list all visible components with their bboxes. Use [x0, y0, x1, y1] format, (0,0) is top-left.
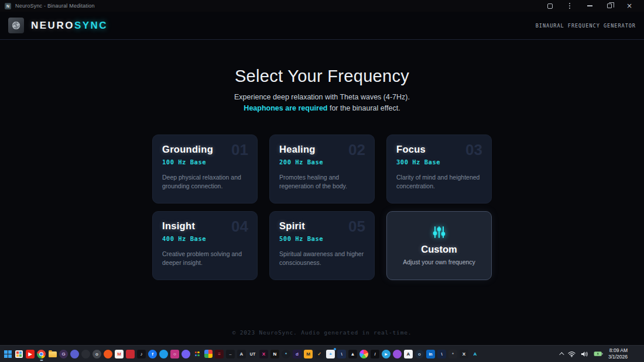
m-orange-app-icon[interactable]: M [304, 350, 313, 358]
card-description: Deep physical relaxation and grounding c… [162, 173, 248, 191]
app-mode-button[interactable] [540, 0, 560, 12]
github-app-icon[interactable] [393, 350, 402, 358]
system-tray: 8:09 AM 3/1/2026 [559, 347, 640, 360]
card-custom[interactable]: Custom Adjust your own frequency [386, 211, 492, 280]
caret-cyan-app-icon[interactable]: A [471, 350, 479, 358]
check-app-icon[interactable]: ✓ [315, 350, 324, 358]
start-button-icon[interactable] [4, 350, 12, 358]
wifi-icon[interactable] [568, 351, 576, 357]
card-grounding[interactable]: Grounding01100 Hz BaseDeep physical rela… [152, 135, 258, 204]
pink-x-app-icon[interactable]: X [259, 350, 268, 358]
card-description: Spiritual awareness and higher conscious… [279, 250, 365, 267]
notepad-blue-app-icon[interactable]: \ [437, 350, 446, 358]
viber-icon[interactable] [181, 350, 190, 358]
window-title: NeuroSync - Binaural Meditation [15, 3, 95, 9]
app-window-icon [547, 4, 553, 9]
subtitle-rest: for the binaural effect. [327, 104, 400, 112]
minimize-icon [587, 5, 592, 6]
brand-primary: NEURO [31, 20, 74, 31]
telegram-icon[interactable]: ▸ [382, 350, 390, 358]
maximize-button[interactable] [600, 0, 619, 12]
linkedin-icon[interactable]: in [426, 350, 435, 358]
frequency-card-grid: Grounding01100 Hz BaseDeep physical rela… [152, 135, 492, 280]
clock-date: 3/1/2026 [608, 354, 628, 360]
restore-icon [607, 4, 612, 8]
card-number: 03 [465, 141, 482, 159]
dark-circle-app-icon[interactable] [81, 350, 90, 358]
card-description: Clarity of mind and heightened concentra… [396, 173, 482, 191]
card-spirit[interactable]: Spirit05500 Hz BaseSpiritual awareness a… [269, 211, 375, 280]
x-dark-app-icon[interactable]: X [460, 350, 468, 358]
facebook-icon[interactable]: f [148, 350, 157, 358]
hero-section: Select Your Frequency Experience deep re… [234, 67, 410, 115]
gmail-icon[interactable]: M [115, 350, 124, 358]
gog-galaxy-icon[interactable]: G [59, 350, 68, 358]
google-photos-icon[interactable] [204, 350, 213, 358]
soundcloud-icon[interactable] [104, 350, 112, 358]
brand-logo: NEUROSYNC [31, 20, 108, 32]
taskbar-pinned-icons: ▶GoM♪f○≡–AUTXN*dM✓+\▲/▸Aoin\*XA [4, 350, 479, 358]
headphones-required-text: Heaphones are required [244, 104, 327, 112]
microsoft-store-icon[interactable] [15, 350, 23, 358]
striped-red-app-icon[interactable]: ≡ [215, 350, 224, 358]
card-description: Promotes healing and regeneration of the… [279, 173, 365, 191]
card-number: 04 [231, 218, 248, 236]
card-frequency: 500 Hz Base [279, 235, 365, 242]
file-explorer-icon[interactable] [48, 350, 57, 358]
ut-app-icon[interactable]: UT [248, 350, 257, 358]
dash-dark-app-icon[interactable]: – [226, 350, 235, 358]
discord-icon[interactable] [70, 350, 79, 358]
youtube-icon[interactable]: ▶ [26, 350, 35, 358]
chevron-up-icon[interactable] [559, 352, 564, 357]
custom-card-description: Adjust your own frequency [403, 258, 475, 266]
card-focus[interactable]: Focus03300 Hz BaseClarity of mind and he… [386, 135, 492, 204]
menu-button[interactable] [560, 0, 580, 12]
taskbar-clock[interactable]: 8:09 AM 3/1/2026 [608, 347, 628, 360]
paint-app-icon[interactable]: + [326, 350, 335, 358]
gear-app-icon[interactable]: * [448, 350, 457, 358]
card-healing[interactable]: Healing02200 Hz BasePromotes healing and… [269, 135, 375, 204]
a-dark-app-icon[interactable]: A [237, 350, 246, 358]
steam-icon[interactable]: o [415, 350, 424, 358]
sliders-icon [432, 225, 446, 239]
a-white-app-icon[interactable]: A [404, 350, 413, 358]
close-icon: × [626, 2, 632, 9]
neurosync-window: N NeuroSync - Binaural Meditation × NEUR… [0, 0, 644, 362]
close-button[interactable]: × [619, 0, 639, 12]
swirl-app-icon[interactable]: * [282, 350, 290, 358]
brand-accent: SYNC [74, 20, 108, 31]
instagram-icon[interactable]: ○ [170, 350, 179, 358]
app-icon: N [5, 3, 11, 9]
palette-app-icon[interactable] [359, 350, 368, 358]
card-insight[interactable]: Insight04400 Hz BaseCreative problem sol… [152, 211, 258, 280]
card-frequency: 400 Hz Base [162, 235, 248, 242]
volume-icon[interactable] [581, 351, 588, 357]
card-number: 02 [348, 141, 365, 159]
camera-app-icon[interactable]: o [93, 350, 101, 358]
card-number: 05 [348, 218, 365, 236]
pen-app-icon[interactable]: / [371, 350, 379, 358]
card-frequency: 300 Hz Base [396, 158, 482, 166]
main-content: Select Your Frequency Experience deep re… [0, 40, 644, 345]
messenger-app-icon[interactable] [159, 350, 168, 358]
kebab-menu-icon [569, 3, 570, 9]
card-description: Creative problem solving and deeper insi… [162, 250, 248, 267]
clock-time: 8:09 AM [608, 347, 628, 354]
adobe-app-icon[interactable] [126, 350, 135, 358]
custom-card-title: Custom [421, 244, 457, 255]
play-dark-app-icon[interactable]: ▲ [348, 350, 357, 358]
notion-icon[interactable]: N [270, 350, 279, 358]
app-header: NEUROSYNC BINAURAL FREQUENCY GENERATOR [0, 12, 644, 40]
brain-logo-icon [8, 18, 24, 33]
taskbar: ▶GoM♪f○≡–AUTXN*dM✓+\▲/▸Aoin\*XA 8:09 AM … [0, 345, 644, 362]
d-purple-app-icon[interactable]: d [293, 350, 302, 358]
battery-icon[interactable] [594, 351, 603, 357]
copyright-footer: © 2023 NeuroSync. Audio generated in rea… [232, 329, 412, 336]
minimize-button[interactable] [580, 0, 600, 12]
header-tagline: BINAURAL FREQUENCY GENERATOR [536, 23, 636, 29]
page-title: Select Your Frequency [234, 67, 410, 86]
chrome-icon[interactable] [37, 350, 46, 358]
tiktok-icon[interactable]: ♪ [137, 350, 146, 358]
google-app-grid-icon[interactable] [193, 350, 201, 358]
notepad-plus-app-icon[interactable]: \ [337, 350, 346, 358]
